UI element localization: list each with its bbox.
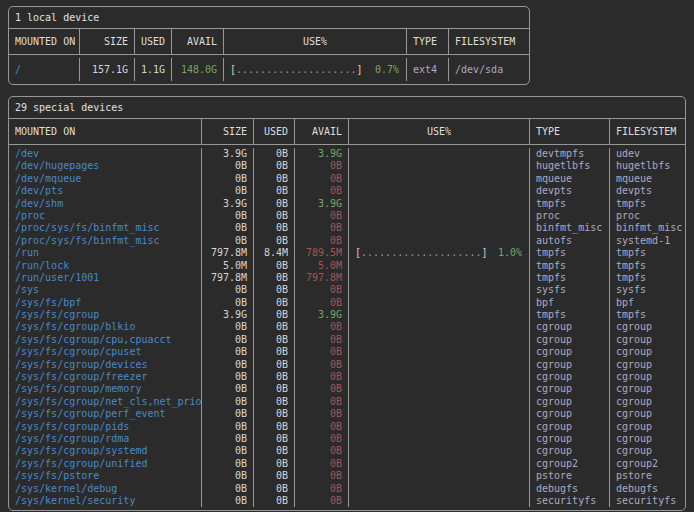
usage-bar-close: ] (481, 247, 487, 259)
filesystem-name: binfmt_misc (609, 222, 685, 234)
table-row: /run/lock5.0M0B5.0Mtmpfstmpfs (9, 260, 685, 272)
usage-cell (348, 483, 529, 495)
avail-value: 0B (294, 210, 348, 222)
avail-value: 789.5M (294, 247, 348, 259)
mount-point: /sys/fs/cgroup (9, 309, 201, 321)
size-value: 0B (201, 210, 253, 222)
mount-point: /run (9, 247, 201, 259)
avail-value: 0B (294, 160, 348, 172)
avail-value: 0B (294, 383, 348, 395)
fs-type: mqueue (529, 173, 609, 185)
avail-value: 0B (294, 408, 348, 420)
avail-value: 3.9G (294, 198, 348, 210)
mount-point: /run/user/1001 (9, 272, 201, 284)
used-value: 0B (253, 334, 294, 346)
usage-cell (348, 160, 529, 172)
mount-point: /sys/fs/cgroup/unified (9, 458, 201, 470)
size-value: 0B (201, 408, 253, 420)
avail-value: 3.9G (294, 309, 348, 321)
fs-type: tmpfs (529, 260, 609, 272)
usage-percent: 0.7% (375, 58, 399, 81)
used-value: 0B (253, 421, 294, 433)
filesystem-name: securityfs (609, 495, 685, 507)
used-value: 0B (253, 235, 294, 247)
mount-point: /dev/pts (9, 185, 201, 197)
table-row: /sys/fs/cgroup/freezer0B0B0Bcgroupcgroup (9, 371, 685, 383)
filesystem-name: cgroup (609, 346, 685, 358)
avail-value: 0B (294, 470, 348, 482)
mount-point: /sys/kernel/security (9, 495, 201, 507)
avail-value: 0B (294, 222, 348, 234)
used-value: 1.1G (134, 58, 171, 81)
fs-type: pstore (529, 470, 609, 482)
usage-cell (348, 433, 529, 445)
col-header-size: SIZE (79, 29, 134, 54)
filesystem-name: hugetlbfs (609, 160, 685, 172)
fs-type: binfmt_misc (529, 222, 609, 234)
fs-type: hugetlbfs (529, 160, 609, 172)
table-row: /dev3.9G0B3.9Gdevtmpfsudev (9, 148, 685, 160)
mount-point: /sys (9, 284, 201, 296)
filesystem-name: systemd-1 (609, 235, 685, 247)
used-value: 0B (253, 160, 294, 172)
usage-cell (348, 210, 529, 222)
used-value: 0B (253, 198, 294, 210)
used-value: 0B (253, 433, 294, 445)
filesystem-name: /dev/sda (448, 58, 529, 81)
table-row: /sys/fs/cgroup/blkio0B0B0Bcgroupcgroup (9, 321, 685, 333)
avail-value: 0B (294, 445, 348, 457)
fs-type: cgroup (529, 359, 609, 371)
col-header-type: TYPE (529, 119, 609, 144)
usage-cell (348, 396, 529, 408)
filesystem-name: cgroup (609, 334, 685, 346)
table-row: /sys/fs/cgroup3.9G0B3.9Gtmpfstmpfs (9, 309, 685, 321)
mount-point: /sys/fs/pstore (9, 470, 201, 482)
fs-type: tmpfs (529, 309, 609, 321)
mount-point: /dev (9, 148, 201, 160)
size-value: 0B (201, 371, 253, 383)
used-value: 0B (253, 346, 294, 358)
table-row: /157.1G1.1G148.0G[....................]0… (9, 58, 529, 81)
col-header-use-pct: USE% (348, 119, 529, 144)
table-row: /sys/fs/cgroup/perf_event0B0B0Bcgroupcgr… (9, 408, 685, 420)
used-value: 0B (253, 383, 294, 395)
usage-cell (348, 383, 529, 395)
filesystem-name: tmpfs (609, 309, 685, 321)
usage-cell (348, 445, 529, 457)
usage-cell (348, 334, 529, 346)
size-value: 0B (201, 495, 253, 507)
filesystem-name: cgroup (609, 408, 685, 420)
filesystem-name: devpts (609, 185, 685, 197)
filesystem-name: cgroup (609, 359, 685, 371)
usage-cell (348, 235, 529, 247)
usage-cell (348, 148, 529, 160)
avail-value: 0B (294, 359, 348, 371)
filesystem-name: udev (609, 148, 685, 160)
table-row: /dev/mqueue0B0B0Bmqueuemqueue (9, 173, 685, 185)
fs-type: cgroup2 (529, 458, 609, 470)
filesystem-name: cgroup (609, 421, 685, 433)
mount-point: /run/lock (9, 260, 201, 272)
fs-type: securityfs (529, 495, 609, 507)
mount-point: /sys/fs/cgroup/blkio (9, 321, 201, 333)
filesystem-name: tmpfs (609, 247, 685, 259)
size-value: 0B (201, 222, 253, 234)
size-value: 797.8M (201, 247, 253, 259)
used-value: 0B (253, 210, 294, 222)
size-value: 0B (201, 173, 253, 185)
mount-point: /dev/shm (9, 198, 201, 210)
table-row: /dev/shm3.9G0B3.9Gtmpfstmpfs (9, 198, 685, 210)
filesystem-name: debugfs (609, 483, 685, 495)
fs-type: tmpfs (529, 247, 609, 259)
table-row: /sys/fs/bpf0B0B0Bbpfbpf (9, 297, 685, 309)
usage-percent: 1.0% (498, 247, 522, 259)
filesystem-name: proc (609, 210, 685, 222)
used-value: 0B (253, 309, 294, 321)
mount-point: /proc/sys/fs/binfmt_misc (9, 222, 201, 234)
fs-type: cgroup (529, 383, 609, 395)
usage-bar-fill: .................... (236, 58, 356, 81)
mount-point: /dev/mqueue (9, 173, 201, 185)
size-value: 0B (201, 297, 253, 309)
avail-value: 5.0M (294, 260, 348, 272)
special-table-body: /dev3.9G0B3.9Gdevtmpfsudev/dev/hugepages… (9, 145, 685, 510)
